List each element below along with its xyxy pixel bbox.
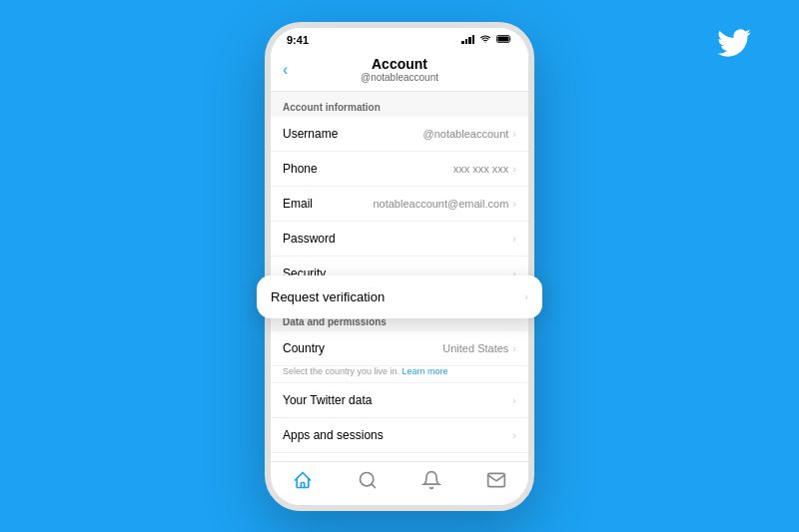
- svg-line-4: [372, 483, 376, 487]
- phone-chevron: ›: [512, 163, 516, 175]
- username-item[interactable]: Username @notableaccount ›: [271, 117, 528, 152]
- email-label: Email: [283, 197, 313, 211]
- twitter-data-label: Your Twitter data: [283, 393, 372, 407]
- account-handle: @notableaccount: [287, 72, 512, 83]
- phone-mockup: 9:41: [265, 22, 534, 511]
- learn-more-link[interactable]: Learn more: [402, 366, 448, 376]
- request-verification-label: Request verification: [271, 289, 385, 304]
- page-header: ‹ Account @notableaccount: [271, 50, 528, 92]
- data-permissions-list: Country United States › Select the count…: [271, 331, 528, 461]
- username-right: @notableaccount ›: [423, 128, 516, 140]
- phone-value: xxx xxx xxx: [453, 163, 509, 175]
- apps-sessions-item[interactable]: Apps and sessions ›: [271, 418, 528, 453]
- svg-rect-2: [497, 36, 508, 41]
- status-bar: 9:41: [271, 28, 528, 50]
- status-time: 9:41: [287, 34, 309, 46]
- phone-label: Phone: [283, 162, 318, 176]
- request-verification-wrapper: Request verification ›: [253, 275, 546, 318]
- country-sub: Select the country you live in. Learn mo…: [271, 366, 528, 383]
- page-title: Account: [287, 56, 512, 72]
- back-button[interactable]: ‹: [283, 61, 288, 79]
- apps-sessions-label: Apps and sessions: [283, 428, 384, 442]
- phone-item[interactable]: Phone xxx xxx xxx ›: [271, 152, 528, 187]
- deactivate-item[interactable]: Deactivate your account ›: [271, 453, 528, 461]
- country-value: United States: [442, 342, 508, 354]
- email-right: notableaccount@email.com ›: [373, 198, 516, 210]
- nav-home-icon[interactable]: [293, 470, 313, 495]
- apps-sessions-chevron: ›: [512, 429, 516, 441]
- phone-right: xxx xxx xxx ›: [453, 163, 516, 175]
- nav-search-icon[interactable]: [358, 470, 378, 495]
- password-item[interactable]: Password ›: [271, 222, 528, 257]
- password-chevron: ›: [512, 233, 516, 245]
- username-chevron: ›: [512, 128, 516, 140]
- password-right: ›: [512, 233, 516, 245]
- twitter-data-item[interactable]: Your Twitter data ›: [271, 383, 528, 418]
- twitter-logo: [717, 28, 751, 65]
- request-verification-card[interactable]: Request verification ›: [257, 275, 542, 318]
- username-value: @notableaccount: [423, 128, 509, 140]
- nav-notifications-icon[interactable]: [421, 470, 441, 495]
- twitter-data-chevron: ›: [512, 394, 516, 406]
- signal-icon: [461, 35, 474, 44]
- apps-sessions-right: ›: [512, 429, 516, 441]
- wifi-icon: [479, 34, 491, 46]
- password-label: Password: [283, 232, 336, 246]
- battery-icon: [496, 34, 512, 46]
- status-icons: [461, 34, 512, 46]
- country-right: United States ›: [442, 342, 516, 354]
- country-item[interactable]: Country United States ›: [271, 331, 528, 366]
- request-verification-chevron: ›: [524, 290, 528, 302]
- username-label: Username: [283, 127, 338, 141]
- twitter-data-right: ›: [512, 394, 516, 406]
- account-info-list: Username @notableaccount › Phone xxx xxx…: [271, 117, 528, 290]
- account-info-section-header: Account information: [271, 92, 528, 117]
- country-label: Country: [283, 341, 325, 355]
- email-item[interactable]: Email notableaccount@email.com ›: [271, 187, 528, 222]
- bottom-nav: [271, 461, 528, 505]
- email-chevron: ›: [512, 198, 516, 210]
- email-value: notableaccount@email.com: [373, 198, 508, 210]
- nav-messages-icon[interactable]: [486, 470, 506, 495]
- country-chevron: ›: [512, 342, 516, 354]
